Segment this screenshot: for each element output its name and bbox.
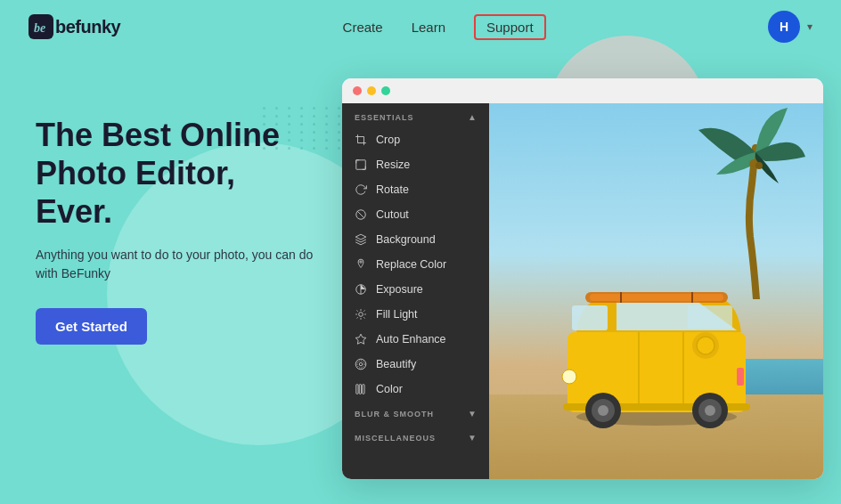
- menu-item-color[interactable]: Color: [342, 377, 489, 402]
- svg-point-41: [598, 405, 608, 416]
- svg-point-25: [755, 162, 763, 169]
- menu-item-exposure-label: Exposure: [376, 283, 423, 296]
- crop-icon: [355, 134, 367, 146]
- menu-item-cutout[interactable]: Cutout: [342, 202, 489, 227]
- menu-item-rotate-label: Rotate: [376, 183, 409, 196]
- menu-item-cutout-label: Cutout: [376, 208, 409, 221]
- replace-color-icon: [355, 258, 367, 271]
- nav-support[interactable]: Support: [474, 14, 546, 40]
- editor-sidebar: ESSENTIALS ▲ Crop Resize Rota: [342, 103, 489, 479]
- svg-point-44: [705, 405, 715, 416]
- menu-item-beautify[interactable]: Beautify: [342, 352, 489, 377]
- misc-chevron-icon: ▼: [468, 433, 477, 443]
- menu-item-beautify-label: Beautify: [376, 358, 416, 370]
- svg-line-16: [363, 310, 364, 311]
- svg-point-32: [697, 337, 714, 354]
- menu-item-replace-color-label: Replace Color: [376, 258, 446, 271]
- logo-icon: be: [29, 14, 53, 39]
- menu-item-fill-light[interactable]: Fill Light: [342, 302, 489, 327]
- menu-item-replace-color[interactable]: Replace Color: [342, 252, 489, 277]
- svg-point-5: [360, 261, 362, 263]
- hero-section: The Best Online Photo Editor, Ever. Anyt…: [36, 116, 321, 345]
- svg-point-18: [359, 362, 363, 366]
- cutout-icon: [355, 208, 367, 221]
- avatar[interactable]: H: [768, 11, 800, 43]
- svg-rect-21: [356, 385, 358, 394]
- avatar-chevron-icon[interactable]: ▾: [807, 20, 812, 33]
- svg-rect-28: [572, 305, 608, 330]
- beautify-icon: [355, 358, 367, 370]
- svg-marker-17: [355, 334, 366, 344]
- menu-item-crop-label: Crop: [376, 134, 400, 146]
- svg-line-4: [357, 211, 364, 218]
- essentials-label: ESSENTIALS: [355, 113, 414, 122]
- svg-rect-2: [356, 160, 366, 170]
- essentials-section-header[interactable]: ESSENTIALS ▲: [342, 103, 489, 127]
- photo-background: [489, 103, 823, 479]
- titlebar-dot-green: [381, 86, 390, 95]
- color-icon: [355, 383, 367, 395]
- menu-item-crop[interactable]: Crop: [342, 127, 489, 152]
- svg-rect-34: [590, 294, 723, 301]
- essentials-chevron-icon: ▲: [468, 112, 477, 122]
- svg-line-14: [363, 317, 364, 318]
- titlebar-dot-red: [353, 86, 362, 95]
- menu-item-auto-enhance[interactable]: Auto Enhance: [342, 327, 489, 352]
- header-right: H ▾: [768, 11, 812, 43]
- editor-preview: ESSENTIALS ▲ Crop Resize Rota: [342, 78, 823, 479]
- nav: Create Learn Support: [343, 14, 546, 40]
- blur-smooth-section-header[interactable]: BLUR & SMOOTH ▼: [342, 402, 489, 426]
- menu-item-resize-label: Resize: [376, 159, 410, 171]
- menu-item-rotate[interactable]: Rotate: [342, 177, 489, 202]
- menu-item-background-label: Background: [376, 233, 436, 246]
- hero-subtitle: Anything you want to do to your photo, y…: [36, 246, 321, 283]
- header: be befunky Create Learn Support H ▾: [0, 0, 841, 53]
- blur-smooth-chevron-icon: ▼: [468, 409, 477, 419]
- get-started-button[interactable]: Get Started: [36, 308, 147, 345]
- svg-line-15: [356, 317, 357, 318]
- blur-smooth-label: BLUR & SMOOTH: [355, 410, 434, 419]
- svg-point-45: [562, 370, 576, 384]
- background-icon: [355, 233, 367, 246]
- menu-item-background[interactable]: Background: [342, 227, 489, 252]
- svg-rect-23: [363, 385, 364, 394]
- rotate-icon: [355, 183, 367, 196]
- misc-label: MISCELLANEOUS: [355, 434, 436, 443]
- svg-rect-46: [737, 368, 744, 386]
- nav-create[interactable]: Create: [343, 20, 383, 35]
- misc-section-header[interactable]: MISCELLANEOUS ▼: [342, 426, 489, 450]
- svg-rect-37: [688, 305, 732, 329]
- menu-item-exposure[interactable]: Exposure: [342, 277, 489, 302]
- editor-titlebar: [342, 78, 823, 103]
- titlebar-dot-yellow: [367, 86, 376, 95]
- svg-rect-22: [359, 385, 361, 394]
- svg-point-19: [357, 361, 364, 368]
- photo-canvas: [489, 103, 823, 479]
- menu-item-auto-enhance-label: Auto Enhance: [376, 333, 446, 345]
- auto-enhance-icon: [355, 333, 367, 345]
- exposure-icon: [355, 283, 367, 296]
- hero-title: The Best Online Photo Editor, Ever.: [36, 116, 321, 232]
- menu-item-fill-light-label: Fill Light: [376, 308, 418, 321]
- fill-light-icon: [355, 308, 367, 321]
- logo-text: befunky: [55, 17, 120, 37]
- menu-item-color-label: Color: [376, 383, 403, 395]
- svg-text:be: be: [34, 21, 45, 35]
- svg-point-8: [359, 313, 363, 317]
- car-svg: [550, 252, 763, 430]
- logo[interactable]: be befunky: [29, 14, 120, 39]
- menu-item-resize[interactable]: Resize: [342, 152, 489, 177]
- editor-body: ESSENTIALS ▲ Crop Resize Rota: [342, 103, 823, 479]
- svg-line-13: [356, 310, 357, 311]
- nav-learn[interactable]: Learn: [412, 20, 445, 35]
- resize-icon: [355, 159, 367, 171]
